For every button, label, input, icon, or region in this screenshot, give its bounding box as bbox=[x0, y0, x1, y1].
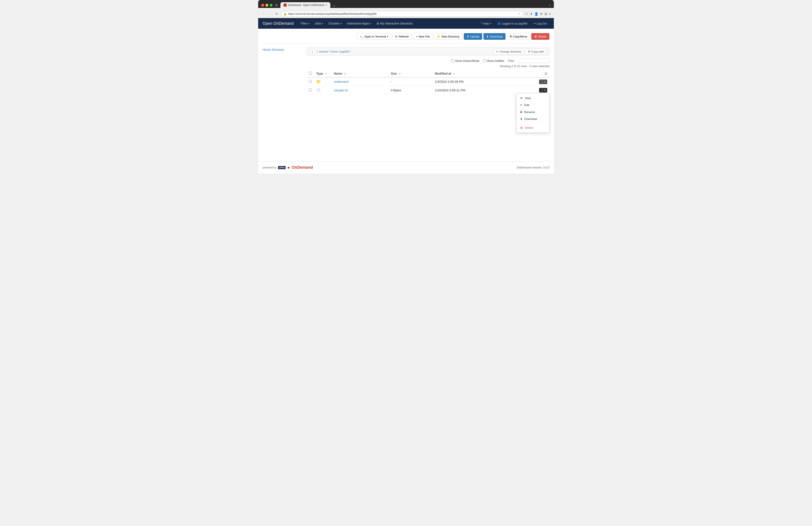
file-icon: 📄 bbox=[316, 88, 321, 92]
row-2-action-button[interactable]: ⋮ ▾ bbox=[539, 88, 547, 93]
user-icon: 👤 bbox=[497, 22, 501, 25]
th-type[interactable]: Type ⇕ bbox=[314, 70, 332, 77]
context-menu-download[interactable]: ⬇ Download bbox=[517, 115, 549, 122]
delete-icon: 🗑 bbox=[534, 35, 537, 38]
nav-files[interactable]: Files ▾ bbox=[298, 18, 312, 29]
path-jeg390[interactable]: jeg390 bbox=[340, 50, 349, 53]
context-menu-rename[interactable]: A Rename bbox=[517, 109, 549, 115]
traffic-light-close[interactable] bbox=[261, 4, 264, 6]
url-display: https://ood.huit.harvard.edu/pun/sys/das… bbox=[288, 12, 517, 15]
nav-interactive-apps-caret: ▾ bbox=[370, 22, 371, 25]
th-checkbox[interactable] bbox=[307, 70, 314, 77]
file-link-ondemand[interactable]: ondemand bbox=[334, 80, 348, 84]
nav-logout[interactable]: ↪ Log Out bbox=[531, 18, 549, 29]
open-terminal-button[interactable]: >_ Open in Terminal ▾ bbox=[357, 33, 391, 40]
row-type-1: 📁 bbox=[314, 77, 332, 86]
edit-label: Edit bbox=[524, 103, 529, 106]
row-actions-1: ⋮ ▾ bbox=[537, 77, 549, 86]
row-name-1: ondemand bbox=[332, 77, 389, 86]
nav-my-sessions-label: My Interactive Sessions bbox=[380, 22, 412, 25]
delete-button[interactable]: 🗑 Delete bbox=[531, 33, 549, 40]
row-1-action-button[interactable]: ⋮ ▾ bbox=[539, 80, 547, 84]
path-sep-1: / bbox=[317, 50, 318, 53]
bookmark-icon[interactable]: ☆ bbox=[518, 12, 521, 15]
th-actions: ⊞ bbox=[537, 70, 549, 77]
select-all-checkbox[interactable] bbox=[309, 72, 312, 75]
path-home[interactable]: home bbox=[331, 50, 338, 53]
tab-favicon bbox=[284, 3, 287, 6]
file-link-sample-txt[interactable]: sample.txt bbox=[334, 88, 348, 92]
app-brand[interactable]: Open OnDemand bbox=[263, 21, 294, 26]
nav-help[interactable]: ? Help ▾ bbox=[478, 18, 494, 29]
row-checkbox-1[interactable] bbox=[307, 77, 314, 86]
reload-button[interactable]: ↻ bbox=[275, 12, 279, 16]
nav-interactive-apps[interactable]: Interactive Apps ▾ bbox=[345, 18, 374, 29]
th-size[interactable]: Size ⇕ bbox=[389, 70, 433, 77]
filter-input[interactable] bbox=[519, 58, 549, 63]
show-owner-mode-label[interactable]: Show Owner/Mode bbox=[451, 59, 479, 62]
copy-move-button[interactable]: ⧉ Copy/Move bbox=[507, 33, 530, 40]
change-directory-button[interactable]: ✏ Change directory bbox=[494, 49, 524, 54]
upload-button[interactable]: ⬆ Upload bbox=[464, 33, 482, 40]
shield-icon: 🛡 bbox=[525, 12, 528, 16]
context-menu-delete[interactable]: 🗑 Delete bbox=[517, 124, 549, 131]
forward-button[interactable]: → bbox=[268, 12, 273, 16]
sidebar-home-directory[interactable]: Home Directory bbox=[263, 47, 302, 52]
nav-my-sessions[interactable]: 🖥 My Interactive Sessions bbox=[374, 18, 415, 29]
row-2-checkbox[interactable] bbox=[309, 88, 312, 91]
browser-tab-active[interactable]: Dashboard - Open OnDemand ✕ bbox=[280, 2, 330, 8]
path-up-button[interactable]: ↑ bbox=[309, 49, 315, 54]
row-1-checkbox[interactable] bbox=[309, 80, 312, 83]
th-name[interactable]: Name ⇕ bbox=[332, 70, 389, 77]
row-modified-1: 1/3/2024 2:50:28 PM bbox=[433, 77, 537, 86]
nav-clusters-label: Clusters bbox=[328, 22, 339, 25]
show-dotfiles-label[interactable]: Show Dotfiles bbox=[483, 59, 504, 62]
window-minimize-icon[interactable]: ∨ bbox=[549, 3, 551, 6]
context-menu-view[interactable]: 👁 View bbox=[517, 95, 549, 102]
nav-clusters[interactable]: Clusters ▾ bbox=[326, 18, 344, 29]
new-tab-button[interactable]: + bbox=[332, 4, 336, 8]
back-button[interactable]: ← bbox=[261, 12, 266, 16]
copy-move-icon: ⧉ bbox=[510, 35, 512, 38]
up-arrow-icon: ↑ bbox=[311, 50, 313, 53]
lock-icon: 🔒 bbox=[284, 12, 287, 15]
grid-icon[interactable]: ⊞ bbox=[545, 12, 547, 16]
size-sort-icon: ⇕ bbox=[399, 72, 401, 75]
nav-files-label: Files bbox=[301, 22, 307, 25]
tab-close-button[interactable]: ✕ bbox=[325, 4, 327, 6]
settings-icon[interactable]: ⚙ bbox=[540, 12, 543, 16]
footer-logo: OPEN bbox=[278, 166, 286, 169]
context-menu-edit[interactable]: ✏ Edit bbox=[517, 102, 549, 109]
help-icon: ? bbox=[481, 22, 482, 25]
sidebar-toggle-icon[interactable]: ⊞ bbox=[275, 3, 278, 7]
menu-icon[interactable]: ≡ bbox=[549, 12, 551, 16]
new-file-button[interactable]: + New File bbox=[413, 33, 433, 40]
address-bar[interactable]: 🔒 https://ood.huit.harvard.edu/pun/sys/d… bbox=[281, 11, 523, 17]
kebab-icon-2: ⋮ bbox=[541, 88, 544, 92]
name-sort-icon: ⇕ bbox=[344, 72, 346, 75]
refresh-button[interactable]: ↻ Refresh bbox=[392, 33, 412, 40]
show-dotfiles-checkbox[interactable] bbox=[483, 59, 486, 62]
new-directory-button[interactable]: 📁 New Directory bbox=[434, 33, 463, 40]
traffic-light-minimize[interactable] bbox=[265, 4, 268, 6]
nav-user-label: Logged in as jeg390 bbox=[502, 22, 527, 25]
nav-jobs[interactable]: Jobs ▾ bbox=[312, 18, 326, 29]
th-modified[interactable]: Modified at ⇕ bbox=[433, 70, 537, 77]
download-button[interactable]: ⬇ Download bbox=[483, 33, 506, 40]
terminal-icon: >_ bbox=[360, 35, 363, 38]
table-row: 📁 ondemand - 1/3/2024 2:50:28 PM ⋮ ▾ bbox=[307, 77, 549, 86]
refresh-icon: ↻ bbox=[395, 35, 397, 38]
show-owner-mode-checkbox[interactable] bbox=[451, 59, 454, 62]
columns-icon[interactable]: ⊞ bbox=[545, 72, 547, 75]
copy-path-button[interactable]: ⧉ Copy path bbox=[526, 48, 547, 54]
account-icon[interactable]: 👤 bbox=[534, 12, 538, 16]
traffic-light-maximize[interactable] bbox=[270, 4, 273, 6]
sidebar: Home Directory bbox=[263, 47, 307, 95]
row-checkbox-2[interactable] bbox=[307, 86, 314, 95]
row-actions-2: ⋮ ▾ 👁 View ✏ bbox=[537, 86, 549, 95]
download-browser-icon[interactable]: ⬇ bbox=[530, 12, 533, 16]
nav-user[interactable]: 👤 Logged in as jeg390 bbox=[495, 18, 530, 29]
terminal-dropdown-icon: ▾ bbox=[387, 35, 388, 38]
logout-icon: ↪ bbox=[534, 22, 536, 25]
path-shared[interactable]: shared bbox=[319, 50, 328, 53]
